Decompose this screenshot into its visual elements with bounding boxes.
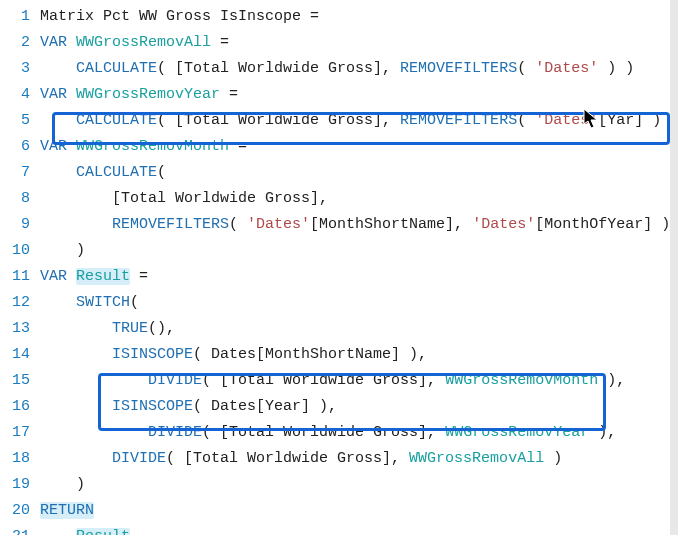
code-token: ( Dates[Year] ), [193, 398, 337, 415]
keyword-var: VAR [40, 86, 67, 103]
code-line[interactable]: 5 CALCULATE( [Total Worldwide Gross], RE… [0, 108, 678, 134]
fn-isinscope: ISINSCOPE [112, 398, 193, 415]
indent [40, 60, 76, 77]
code-line[interactable]: 10 ) [0, 238, 678, 264]
column-ref: ar] [616, 112, 643, 129]
punct: ) [76, 242, 85, 259]
punct: ( [202, 424, 220, 441]
code-line[interactable]: 1 Matrix Pct WW Gross IsInscope = [0, 4, 678, 30]
indent [40, 372, 148, 389]
code-line[interactable]: 17 DIVIDE( [Total Worldwide Gross], WWGr… [0, 420, 678, 446]
identifier: WWGrossRemovYear [76, 86, 220, 103]
indent [40, 398, 112, 415]
code-line[interactable]: 3 CALCULATE( [Total Worldwide Gross], RE… [0, 56, 678, 82]
code-line[interactable]: 20 RETURN [0, 498, 678, 524]
code-token: = [220, 86, 238, 103]
code-token: = [211, 34, 229, 51]
punct: , [454, 216, 472, 233]
line-number: 17 [0, 420, 40, 446]
line-number: 2 [0, 30, 40, 56]
code-line[interactable]: 6 VAR WWGrossRemovMonth = [0, 134, 678, 160]
punct: ), [589, 424, 616, 441]
indent [40, 476, 76, 493]
punct: , [382, 112, 400, 129]
line-number: 6 [0, 134, 40, 160]
identifier: WWGrossRemovMonth [445, 372, 598, 389]
keyword-return: RETURN [40, 502, 94, 519]
fn-divide: DIVIDE [148, 424, 202, 441]
line-number: 3 [0, 56, 40, 82]
identifier: WWGrossRemovAll [76, 34, 211, 51]
identifier: WWGrossRemovMonth [76, 138, 229, 155]
code-line[interactable]: 4 VAR WWGrossRemovYear = [0, 82, 678, 108]
line-number: 4 [0, 82, 40, 108]
measure-ref: [Total Worldwide Gross] [184, 450, 391, 467]
scrollbar-track[interactable] [670, 0, 678, 535]
line-number: 1 [0, 4, 40, 30]
indent [40, 424, 148, 441]
code-line[interactable]: 19 ) [0, 472, 678, 498]
line-number: 16 [0, 394, 40, 420]
table-literal: 'Dates' [535, 112, 598, 129]
code-line[interactable]: 12 SWITCH( [0, 290, 678, 316]
indent [40, 346, 112, 363]
indent [40, 190, 112, 207]
fn-calculate: CALCULATE [76, 60, 157, 77]
line-number: 10 [0, 238, 40, 264]
indent [40, 242, 76, 259]
space [67, 268, 76, 285]
code-line[interactable]: 7 CALCULATE( [0, 160, 678, 186]
indent [40, 528, 76, 535]
line-number: 21 [0, 524, 40, 535]
measure-ref: [Total Worldwide Gross] [220, 372, 427, 389]
punct: ( [166, 450, 184, 467]
punct: ( [517, 112, 535, 129]
indent [40, 164, 76, 181]
identifier: WWGrossRemovAll [409, 450, 544, 467]
fn-divide: DIVIDE [112, 450, 166, 467]
fn-removefilters: REMOVEFILTERS [112, 216, 229, 233]
indent [40, 112, 76, 129]
punct: , [391, 450, 409, 467]
code-line[interactable]: 13 TRUE(), [0, 316, 678, 342]
punct: ) [652, 216, 670, 233]
indent [40, 450, 112, 467]
code-line[interactable]: 9 REMOVEFILTERS( 'Dates'[MonthShortName]… [0, 212, 678, 238]
punct: ), [598, 372, 625, 389]
line-number: 19 [0, 472, 40, 498]
fn-calculate: CALCULATE [76, 112, 157, 129]
code-line[interactable]: 21 Result [0, 524, 678, 535]
code-token: ( Dates[MonthShortName] ), [193, 346, 427, 363]
column-ref: Y [607, 112, 616, 129]
line-number: 15 [0, 368, 40, 394]
line-number: 18 [0, 446, 40, 472]
line-number: 7 [0, 160, 40, 186]
fn-removefilters: REMOVEFILTERS [400, 60, 517, 77]
punct: ) ) [598, 60, 634, 77]
line-number: 20 [0, 498, 40, 524]
code-line[interactable]: 2 VAR WWGrossRemovAll = [0, 30, 678, 56]
code-line[interactable]: 8 [Total Worldwide Gross], [0, 186, 678, 212]
code-line[interactable]: 14 ISINSCOPE( Dates[MonthShortName] ), [0, 342, 678, 368]
code-token: Matrix Pct WW Gross IsInscope = [40, 8, 319, 25]
code-line[interactable]: 15 DIVIDE( [Total Worldwide Gross], WWGr… [0, 368, 678, 394]
code-line[interactable]: 11 VAR Result = [0, 264, 678, 290]
code-line[interactable]: 16 ISINSCOPE( Dates[Year] ), [0, 394, 678, 420]
line-number: 14 [0, 342, 40, 368]
fn-divide: DIVIDE [148, 372, 202, 389]
code-line[interactable]: 18 DIVIDE( [Total Worldwide Gross], WWGr… [0, 446, 678, 472]
punct: , [427, 424, 445, 441]
fn-switch: SWITCH [76, 294, 130, 311]
punct: ( [202, 372, 220, 389]
keyword-var: VAR [40, 34, 67, 51]
keyword-var: VAR [40, 138, 67, 155]
code-editor[interactable]: 1 Matrix Pct WW Gross IsInscope = 2 VAR … [0, 0, 678, 535]
space [67, 86, 76, 103]
line-number: 11 [0, 264, 40, 290]
punct: , [319, 190, 328, 207]
measure-ref: [Total Worldwide Gross] [220, 424, 427, 441]
indent [40, 216, 112, 233]
fn-calculate: CALCULATE [76, 164, 157, 181]
table-literal: 'Dates' [247, 216, 310, 233]
fn-isinscope: ISINSCOPE [112, 346, 193, 363]
